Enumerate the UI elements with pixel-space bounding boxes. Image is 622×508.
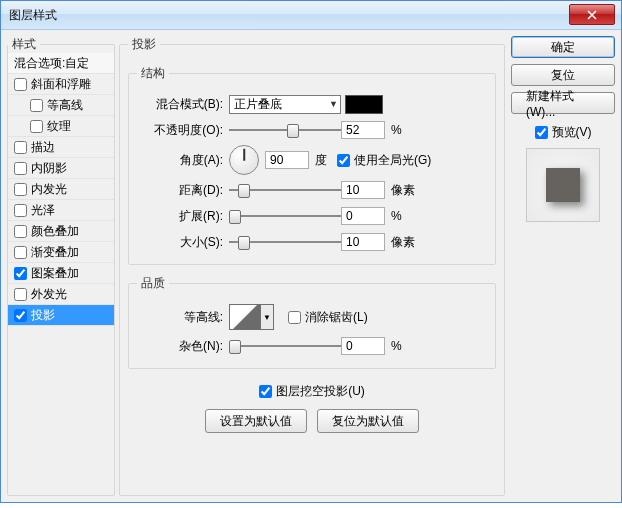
checkbox[interactable] (535, 126, 548, 139)
angle-label: 角度(A): (137, 152, 229, 169)
checkbox[interactable] (14, 288, 27, 301)
chevron-down-icon: ▼ (329, 99, 338, 109)
knockout-checkbox[interactable]: 图层挖空投影(U) (259, 383, 365, 400)
opacity-unit: % (391, 123, 402, 137)
contour-label: 等高线: (137, 309, 229, 326)
checkbox[interactable] (14, 225, 27, 238)
checkbox[interactable] (337, 154, 350, 167)
default-buttons-row: 设置为默认值 复位为默认值 (128, 409, 496, 433)
style-item-bevel[interactable]: 斜面和浮雕 (8, 74, 114, 95)
checkbox[interactable] (14, 246, 27, 259)
style-item-contour[interactable]: 等高线 (8, 95, 114, 116)
layer-style-dialog: 图层样式 样式 混合选项:自定 斜面和浮雕 等高线 纹理 描边 内阴影 内发光 … (0, 0, 622, 503)
quality-legend: 品质 (137, 275, 169, 292)
drop-shadow-fieldset: 投影 结构 混合模式(B): 正片叠底 ▼ 不透明度(O): (119, 36, 505, 496)
contour-row: 等高线: ▼ 消除锯齿(L) (137, 302, 487, 332)
checkbox[interactable] (14, 183, 27, 196)
angle-row: 角度(A): 度 使用全局光(G) (137, 144, 487, 176)
settings-panel: 投影 结构 混合模式(B): 正片叠底 ▼ 不透明度(O): (119, 36, 505, 496)
distance-row: 距离(D): 像素 (137, 178, 487, 202)
opacity-input[interactable] (341, 121, 385, 139)
size-unit: 像素 (391, 234, 415, 251)
make-default-button[interactable]: 设置为默认值 (205, 409, 307, 433)
style-item-pattern-overlay[interactable]: 图案叠加 (8, 263, 114, 284)
angle-dial[interactable] (229, 145, 259, 175)
knockout-row: 图层挖空投影(U) (128, 379, 496, 403)
size-slider[interactable] (229, 234, 341, 250)
preview-section: 预览(V) (511, 124, 615, 222)
size-label: 大小(S): (137, 234, 229, 251)
noise-unit: % (391, 339, 402, 353)
blend-mode-label: 混合模式(B): (137, 96, 229, 113)
checkbox[interactable] (14, 141, 27, 154)
spread-label: 扩展(R): (137, 208, 229, 225)
size-row: 大小(S): 像素 (137, 230, 487, 254)
noise-slider[interactable] (229, 338, 341, 354)
checkbox[interactable] (14, 267, 27, 280)
distance-unit: 像素 (391, 182, 415, 199)
distance-label: 距离(D): (137, 182, 229, 199)
checkbox[interactable] (14, 204, 27, 217)
opacity-row: 不透明度(O): % (137, 118, 487, 142)
blend-mode-row: 混合模式(B): 正片叠底 ▼ (137, 92, 487, 116)
distance-slider[interactable] (229, 182, 341, 198)
right-panel: 确定 复位 新建样式(W)... 预览(V) (511, 36, 615, 496)
spread-input[interactable] (341, 207, 385, 225)
window-title: 图层样式 (9, 7, 57, 24)
opacity-slider[interactable] (229, 122, 341, 138)
structure-legend: 结构 (137, 65, 169, 82)
ok-button[interactable]: 确定 (511, 36, 615, 58)
noise-input[interactable] (341, 337, 385, 355)
spread-slider[interactable] (229, 208, 341, 224)
preview-swatch (546, 168, 580, 202)
distance-input[interactable] (341, 181, 385, 199)
quality-group: 品质 等高线: ▼ 消除锯齿(L) 杂色(N): % (128, 275, 496, 369)
checkbox[interactable] (259, 385, 272, 398)
style-item-inner-glow[interactable]: 内发光 (8, 179, 114, 200)
styles-fieldset: 样式 混合选项:自定 斜面和浮雕 等高线 纹理 描边 内阴影 内发光 光泽 颜色… (7, 36, 115, 496)
size-input[interactable] (341, 233, 385, 251)
structure-group: 结构 混合模式(B): 正片叠底 ▼ 不透明度(O): % (128, 65, 496, 265)
styles-panel: 样式 混合选项:自定 斜面和浮雕 等高线 纹理 描边 内阴影 内发光 光泽 颜色… (7, 36, 115, 496)
spread-row: 扩展(R): % (137, 204, 487, 228)
dialog-body: 样式 混合选项:自定 斜面和浮雕 等高线 纹理 描边 内阴影 内发光 光泽 颜色… (1, 30, 621, 502)
shadow-color-swatch[interactable] (345, 95, 383, 114)
preview-box (526, 148, 600, 222)
style-item-satin[interactable]: 光泽 (8, 200, 114, 221)
contour-picker[interactable] (229, 304, 261, 330)
opacity-label: 不透明度(O): (137, 122, 229, 139)
angle-input[interactable] (265, 151, 309, 169)
style-item-gradient-overlay[interactable]: 渐变叠加 (8, 242, 114, 263)
style-item-inner-shadow[interactable]: 内阴影 (8, 158, 114, 179)
antialias-checkbox[interactable]: 消除锯齿(L) (288, 309, 368, 326)
style-item-stroke[interactable]: 描边 (8, 137, 114, 158)
checkbox[interactable] (14, 78, 27, 91)
reset-button[interactable]: 复位 (511, 64, 615, 86)
styles-legend: 样式 (8, 36, 40, 53)
styles-list: 混合选项:自定 斜面和浮雕 等高线 纹理 描边 内阴影 内发光 光泽 颜色叠加 … (8, 53, 114, 326)
angle-unit: 度 (315, 152, 327, 169)
global-light-checkbox[interactable]: 使用全局光(G) (337, 152, 431, 169)
contour-dropdown[interactable]: ▼ (261, 304, 274, 330)
spread-unit: % (391, 209, 402, 223)
style-item-texture[interactable]: 纹理 (8, 116, 114, 137)
reset-default-button[interactable]: 复位为默认值 (317, 409, 419, 433)
new-style-button[interactable]: 新建样式(W)... (511, 92, 615, 114)
close-button[interactable] (569, 4, 615, 25)
style-item-color-overlay[interactable]: 颜色叠加 (8, 221, 114, 242)
blend-options-header[interactable]: 混合选项:自定 (8, 53, 114, 74)
close-icon (587, 10, 597, 20)
checkbox[interactable] (14, 162, 27, 175)
style-item-drop-shadow[interactable]: 投影 (8, 305, 114, 326)
noise-label: 杂色(N): (137, 338, 229, 355)
noise-row: 杂色(N): % (137, 334, 487, 358)
style-item-outer-glow[interactable]: 外发光 (8, 284, 114, 305)
blend-mode-combo[interactable]: 正片叠底 ▼ (229, 95, 341, 114)
titlebar[interactable]: 图层样式 (1, 1, 621, 30)
checkbox[interactable] (14, 309, 27, 322)
preview-checkbox[interactable]: 预览(V) (535, 124, 592, 141)
drop-shadow-legend: 投影 (128, 36, 160, 53)
checkbox[interactable] (30, 99, 43, 112)
checkbox[interactable] (30, 120, 43, 133)
checkbox[interactable] (288, 311, 301, 324)
